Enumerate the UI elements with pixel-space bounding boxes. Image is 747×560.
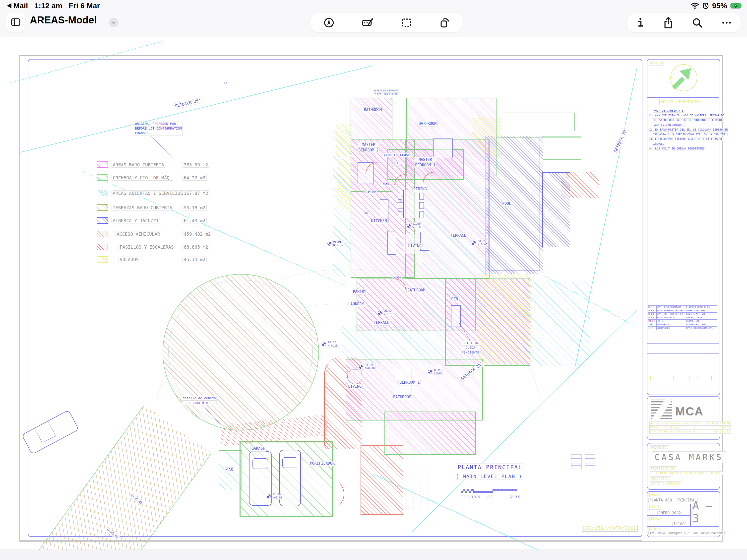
level-marker: 90.95N-0.05 xyxy=(328,240,344,247)
scale-tick: 0 xyxy=(460,495,463,499)
pad-note: ORIGINAL PROPOSED PAD, BEFORE LOT CONFIG… xyxy=(134,122,183,136)
dining-table xyxy=(403,190,418,218)
chair xyxy=(398,202,403,209)
legend-value: 64.22 m2 xyxy=(182,175,207,181)
panel-divider xyxy=(647,97,719,98)
room-label-oven: OVEN xyxy=(382,183,390,186)
bed-bedroom1 xyxy=(394,385,412,396)
jacuzzi-area xyxy=(542,172,570,247)
room-label-bathroom: BATHROOM xyxy=(363,107,383,113)
level-symbol xyxy=(428,370,432,374)
chair xyxy=(419,202,424,209)
room-label-pantry: PANTRY xyxy=(352,289,367,295)
room-label-dw: DW xyxy=(364,211,369,215)
scale-tick: 4 xyxy=(474,495,477,499)
plano-label: PLANO: xyxy=(649,493,662,497)
rev-row-line xyxy=(647,384,719,384)
plan-subtitle: ( MAIN LEVEL PLAN ) xyxy=(455,473,523,480)
note-h93: H=93 CMS xyxy=(364,190,378,194)
room-label-bathroom: BATHROOM xyxy=(406,288,426,293)
legend-row: AREAS ABIERTAS Y SERVICIOS 167.87 m2 xyxy=(97,190,214,196)
volado-yellow xyxy=(336,124,352,157)
mca-logo-slash xyxy=(651,400,672,419)
scale-bar xyxy=(461,489,517,493)
scale-bar-mid xyxy=(473,489,492,493)
stone-texture xyxy=(402,449,431,512)
sheet-number-box: A — 3 xyxy=(692,506,717,518)
legend-row: AREAS BAJO CUBIERTA 383.39 m2 xyxy=(97,161,214,168)
rev-row-line xyxy=(647,374,719,374)
room-label-pool: POOL xyxy=(501,201,512,206)
mca-wordmark: MCA xyxy=(675,405,704,418)
rev-cell-yellow xyxy=(673,376,690,380)
legend-value: 53.18 m2 xyxy=(182,205,207,210)
fecha-label: FECHA: xyxy=(649,505,662,510)
pergola-outline-right xyxy=(543,136,581,160)
screen: Mail 1:12 am Fri 6 Mar 95% xyxy=(0,0,747,560)
legend-row: ALBERCA Y JACUZZI 61.43 m2 xyxy=(97,217,214,224)
mini-keyplan xyxy=(585,454,595,469)
ubicacion-label: UBICACION: xyxy=(650,476,671,481)
rev-cell-gray xyxy=(697,376,712,380)
rev-row-line xyxy=(647,364,719,364)
dibujo-label: DIBUJO: xyxy=(649,527,664,532)
escala-label: ESCALA xyxy=(649,517,662,521)
terrace-cyan-central xyxy=(342,326,454,364)
pergola-outline-inner xyxy=(502,112,575,131)
level-marker: 90.95N-0.05 xyxy=(472,240,488,246)
legend-label: AREAS BAJO CUBIERTA xyxy=(111,162,165,168)
room-label-purificador: PURIFICADOR xyxy=(309,461,335,466)
scale-tick: 2 xyxy=(467,495,470,499)
legend-swatch-cochera xyxy=(97,174,108,181)
level-marker: 91.00N+0.00 xyxy=(359,363,376,370)
legend-swatch-alberca xyxy=(97,217,108,224)
mca-logo xyxy=(651,400,672,419)
scale-bar-end xyxy=(492,489,517,493)
room-label-terrace: TERRACE xyxy=(372,320,390,326)
level-symbol xyxy=(378,311,382,315)
general-notes: HOJA DE CAMBIO # 6 1- A/A QUE ESTA EL LA… xyxy=(649,108,718,151)
room-label-garage: GARAGE xyxy=(251,446,266,452)
plano-value: PLANTA ARQ. PRINCIPAL xyxy=(648,498,698,503)
scale-bar-checker xyxy=(461,489,473,493)
abbreviations-table: N.P.TNIVEL PISO TERMINADOFINISHED FLOOR … xyxy=(648,305,717,330)
bottom-gutter xyxy=(0,550,747,560)
room-label-dining: DINING xyxy=(412,186,428,192)
approval-stamp: DRO/059//CATA/2000 xyxy=(582,525,638,532)
legend-label: AREAS ABIERTAS Y SERVICIOS xyxy=(111,190,184,196)
room-label-living: LIVING xyxy=(347,384,363,389)
room-label-audio: AUDIO xyxy=(392,276,402,280)
legend-label: PASILLOS Y ESCALERAS xyxy=(119,244,175,250)
room-label-laundry: LAUNDRY xyxy=(347,302,365,307)
builtin-note: BUILT-IN QUEDA PENDIENTE xyxy=(461,341,480,355)
room-label-closet: CLOSET xyxy=(383,153,397,157)
volado-yellow xyxy=(337,159,351,209)
project-name: CASA MARKS xyxy=(652,451,726,463)
mca-address: Av. Lazaro Cardenas entre Matamoros y Oc… xyxy=(649,422,694,434)
legend-swatch-areas-abiertas xyxy=(97,190,108,196)
chair xyxy=(419,211,424,218)
level-marker: 91.00N+0.00 xyxy=(407,222,423,229)
level-symbol xyxy=(322,342,326,346)
level-symbol xyxy=(472,241,476,245)
legend-row: ACCESO VEHICULAR 459.482 m2 xyxy=(97,231,214,237)
legend-label: VOLADOS xyxy=(119,257,140,262)
round-table xyxy=(347,369,362,384)
legend-row: TERRAZAS BAJO CUBIERTA 53.18 m2 xyxy=(97,204,214,211)
room-label-master2: MASTER BEDROOM 2 xyxy=(357,142,380,153)
north-arrow-shaft xyxy=(672,77,685,90)
scale-tick: 10 xyxy=(488,495,492,499)
scale-tick: 5 xyxy=(478,495,480,499)
dibujo-value: Arq. Rayo Rodriguez G./ Juan Carlos Mach… xyxy=(648,531,725,535)
room-label-gas: GAS xyxy=(225,467,234,473)
house-block-lower-bath xyxy=(384,411,476,455)
room-label-bedroom1: BEDROOM 1 xyxy=(398,380,420,385)
room-label-bathroom: BATHROOM xyxy=(418,121,437,127)
level-marker: 91.00N+0.00 xyxy=(267,493,283,500)
car-windshield xyxy=(253,458,268,469)
legend-label: ALBERCA Y JACUZZI xyxy=(111,218,160,224)
cenefa-note: detalle de cenefa a cada 5 m. xyxy=(182,396,216,405)
legend-value: 383.39 m2 xyxy=(182,162,209,168)
level-symbol xyxy=(407,224,411,228)
titleblock-line xyxy=(647,515,690,516)
